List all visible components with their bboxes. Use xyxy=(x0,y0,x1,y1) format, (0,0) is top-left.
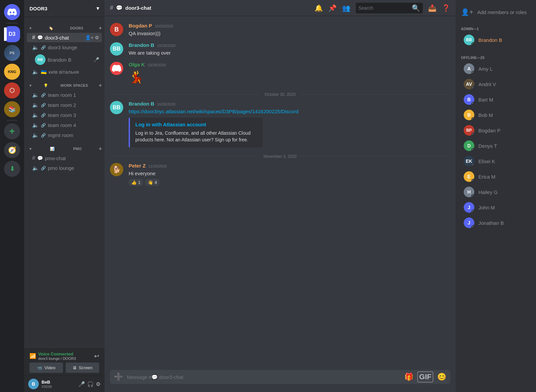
channel-item-team-room-4[interactable]: 🔈 🔗 team room 4 xyxy=(27,120,102,130)
message-actions: 🎁 GIF 😊 xyxy=(404,372,446,382)
member-item-amy[interactable]: A Amy L xyxy=(458,61,533,76)
server-item-door3[interactable]: D3 xyxy=(4,26,20,42)
emoji-picker-icon[interactable]: 😊 xyxy=(437,373,446,381)
john-name: John M xyxy=(478,205,495,210)
date-separator-nov3: November 3, 2020 xyxy=(105,151,456,161)
brandon-header-1: Brandon B 10/29/2020 xyxy=(129,42,450,48)
download-icon[interactable]: ⬇ xyxy=(4,161,20,177)
brandon-link-text: https://door3nyc.atlassian.net/wiki/spac… xyxy=(129,108,450,115)
voice-leave-btn[interactable]: ↩ xyxy=(94,352,99,360)
member-item-denys[interactable]: D Denys T xyxy=(458,138,533,153)
bogdan-message: Bogdan P 10/29/2020 QA invasion))) xyxy=(129,23,450,37)
red-server-icon[interactable]: ⬡ xyxy=(4,82,20,99)
atlassian-link[interactable]: https://door3nyc.atlassian.net/wiki/spac… xyxy=(129,109,298,114)
channel-item-door3-lounge[interactable]: 🔈 🔗 door3 lounge xyxy=(27,43,102,52)
brandon-author-1: Brandon B xyxy=(129,42,154,48)
link-tr2: 🔗 xyxy=(41,103,46,108)
voice-connected-bar: 📶 Voice Connected door3 lounge / DOOR3 ↩ xyxy=(29,351,99,361)
reaction-thumbsup[interactable]: 👍 1 xyxy=(129,179,143,186)
channel-item-pmo-chat[interactable]: # 💬 pmo-chat xyxy=(27,153,102,163)
olga-text: 💃 xyxy=(129,69,450,85)
member-item-andrii[interactable]: AV Andrii V xyxy=(458,77,533,91)
message-input[interactable] xyxy=(127,371,400,384)
server-item-books[interactable]: 📚 xyxy=(4,101,20,117)
speaker-tr3: 🔈 xyxy=(32,112,39,118)
member-item-john[interactable]: J John M xyxy=(458,200,533,215)
members-icon[interactable]: 👥 xyxy=(342,4,350,12)
link-tr3: 🔗 xyxy=(41,113,46,118)
channel-item-brandon-voice[interactable]: BB Brandon B 🎤 xyxy=(27,53,102,67)
screen-button[interactable]: 🖥 Screen xyxy=(66,363,99,373)
chat-channel-title: # 💬 door3-chat xyxy=(110,4,151,11)
jonathan-name: Jonathan B xyxy=(478,220,504,226)
server-item-kng[interactable]: KNG xyxy=(4,64,20,80)
server-separator-2 xyxy=(7,120,17,121)
channel-item-pmo-lounge[interactable]: 🔈 🔗 pmo lounge xyxy=(27,163,102,173)
category-door3[interactable]: ▾ 🏷️ DOOR3 + xyxy=(24,20,105,32)
peter-header: Peter Z 11/03/2020 xyxy=(129,163,450,169)
gif-button[interactable]: GIF xyxy=(417,372,433,382)
discord-home-icon[interactable] xyxy=(4,4,20,20)
server-item-pro-settings[interactable]: PS xyxy=(4,45,20,61)
add-ws-channel-btn[interactable]: + xyxy=(99,82,102,88)
channel-item-team-room-2[interactable]: 🔈 🔗 team room 2 xyxy=(27,100,102,110)
member-item-bogdan[interactable]: BP Bogdan P xyxy=(458,123,533,138)
channel-item-door3-chat[interactable]: # 💬 door3-chat 👤+ ⚙ xyxy=(27,33,102,42)
channel-name-tr2: team room 2 xyxy=(48,102,99,108)
channel-item-mgmt-room[interactable]: 🔈 🔗 mgmt room xyxy=(27,130,102,140)
add-server-icon[interactable]: + xyxy=(4,123,20,139)
headphones-icon[interactable]: 🎧 xyxy=(87,381,94,387)
books-icon[interactable]: 📚 xyxy=(4,101,20,117)
help-icon[interactable]: ❓ xyxy=(442,4,450,12)
pin-icon[interactable]: 📌 xyxy=(328,4,337,12)
server-item-home[interactable] xyxy=(4,4,20,20)
member-item-brandon-admin[interactable]: BB Brandon B xyxy=(458,32,533,47)
add-attachment-btn[interactable]: ➕ xyxy=(114,370,123,384)
message-group-brandon1: BB Brandon B 10/29/2020 We are taking ov… xyxy=(105,41,456,58)
reaction-wave[interactable]: 👋 4 xyxy=(145,179,159,186)
add-pmo-channel-btn[interactable]: + xyxy=(99,146,102,152)
server-item-explore[interactable]: 🧭 xyxy=(4,142,20,158)
inbox-icon[interactable]: 📥 xyxy=(428,4,437,12)
gift-icon[interactable]: 🎁 xyxy=(404,373,413,381)
denys-avatar: D xyxy=(464,140,474,151)
member-item-bob[interactable]: B Bob M xyxy=(458,108,533,122)
gear-icon[interactable]: ⚙ xyxy=(95,35,99,40)
mute-mic-icon[interactable]: 🎤 xyxy=(78,381,85,387)
video-button[interactable]: 📹 Video xyxy=(29,363,63,373)
explore-icon[interactable]: 🧭 xyxy=(4,142,20,158)
add-channel-btn[interactable]: + xyxy=(99,25,102,31)
add-members-button[interactable]: 👤+ Add members or roles xyxy=(456,5,536,19)
server-item-download[interactable]: ⬇ xyxy=(4,161,20,177)
speaker-tr1: 🔈 xyxy=(32,92,39,98)
server-header[interactable]: DOOR3 ▾ xyxy=(24,0,105,17)
erica-avatar: E xyxy=(464,171,474,182)
member-item-elisei[interactable]: EK Elisei K xyxy=(458,154,533,169)
server-item-add[interactable]: + xyxy=(4,123,20,139)
member-item-bart[interactable]: B Bart M xyxy=(458,92,533,107)
channel-item-team-room-3[interactable]: 🔈 🔗 team room 3 xyxy=(27,110,102,120)
bell-icon[interactable]: 🔔 xyxy=(315,4,323,12)
member-item-jonathan[interactable]: J Jonathan B xyxy=(458,215,533,230)
channel-item-kyiv[interactable]: 🔈 🇺🇦 київ вітальня xyxy=(27,67,102,77)
search-input[interactable] xyxy=(358,5,410,11)
dancer-emoji: 💃 xyxy=(129,70,144,84)
settings-icon[interactable]: ⚙ xyxy=(96,381,100,387)
add-member-icon[interactable]: 👤+ xyxy=(85,35,93,40)
channel-item-team-room-1[interactable]: 🔈 🔗 team room 1 xyxy=(27,90,102,100)
member-item-hailey[interactable]: H Hailey G xyxy=(458,185,533,199)
admin-category: ADMIN—1 xyxy=(456,24,536,32)
server-name: DOOR3 xyxy=(29,6,47,11)
add-person-icon: 👤+ xyxy=(461,8,473,16)
category-workspaces[interactable]: ▾ 💡 WORK SPACES + xyxy=(24,77,105,90)
user-controls: 🎤 🎧 ⚙ xyxy=(78,381,100,387)
category-pmo[interactable]: ▾ 📊 PMO + xyxy=(24,140,105,153)
pro-settings-icon[interactable]: PS xyxy=(4,45,20,61)
server-item-red[interactable]: ⬡ xyxy=(4,82,20,99)
member-item-erica[interactable]: E Erica M xyxy=(458,169,533,184)
kng-icon[interactable]: KNG xyxy=(4,64,20,80)
bart-status xyxy=(471,102,474,105)
channel-name-pmo-chat: pmo-chat xyxy=(45,155,99,161)
category-ws-label: WORK SPACES xyxy=(60,83,88,87)
bogdan-member-name: Bogdan P xyxy=(478,128,500,133)
